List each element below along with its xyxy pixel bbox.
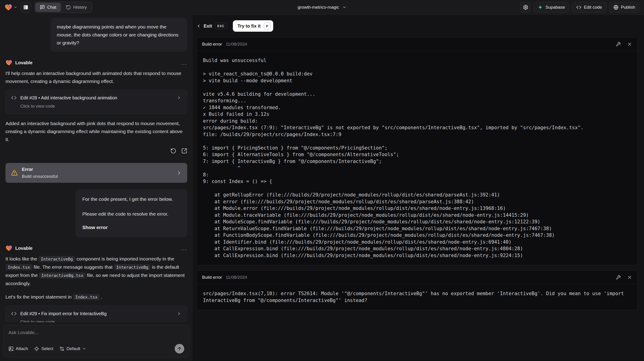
inline-code: Index.tsx — [73, 294, 100, 300]
inline-code: Index.tsx — [6, 264, 32, 270]
edit-card-subtitle: Click to view code — [11, 320, 182, 322]
error-card-subtitle: Build unsuccessful — [22, 174, 58, 179]
panel-left-icon — [23, 4, 28, 10]
assistant-name: Lovable — [15, 60, 32, 65]
inline-code: InteractiveBg.tsx — [39, 272, 86, 279]
restore-icon[interactable] — [170, 148, 176, 154]
edit-28-card[interactable]: Edit #28 • Add interactive background an… — [6, 90, 187, 114]
chevron-down-icon — [14, 5, 17, 9]
try-to-fix-button[interactable]: Try to fix it F — [233, 20, 273, 32]
supabase-label: Supabase — [546, 5, 565, 10]
assistant-name: Lovable — [15, 246, 32, 251]
build-error-log: Build was unsuccessful > vite_react_shad… — [203, 57, 631, 259]
supabase-button[interactable]: Supabase — [534, 2, 570, 12]
message-actions — [6, 148, 187, 154]
text-run: Let's fix the import statement in — [6, 294, 73, 300]
lovable-heart-icon — [4, 3, 12, 11]
chevron-right-icon — [176, 311, 182, 316]
top-header: Chat History growth-metrics-magic — [0, 0, 644, 14]
build-error-card-2: Build error 11/08/2024 src/pages/Index.t… — [196, 270, 638, 310]
open-preview-icon[interactable] — [181, 148, 187, 154]
select-label: Select — [41, 346, 53, 351]
fix-wrench-icon[interactable] — [616, 42, 621, 47]
chevron-down-icon — [82, 347, 86, 351]
chat-message-list[interactable]: maybe diagramming points and when you mo… — [0, 14, 193, 322]
build-error-title: Build error — [202, 275, 222, 280]
exit-button[interactable]: Exit ESC — [196, 23, 227, 29]
code-icon — [11, 311, 17, 316]
build-error-header: Build error 11/08/2024 — [196, 271, 638, 284]
message-menu-button[interactable]: ... — [181, 60, 187, 65]
lovable-logo-menu[interactable] — [4, 3, 17, 11]
history-icon — [66, 5, 71, 10]
edit-card-subtitle: Click to view code — [11, 104, 182, 109]
chat-panel: maybe diagramming points and when you mo… — [0, 14, 193, 361]
send-button[interactable] — [175, 344, 184, 354]
message-menu-button[interactable]: ... — [181, 246, 187, 251]
build-error-date: 11/08/2024 — [226, 42, 247, 47]
tab-chat-label: Chat — [47, 5, 56, 10]
edit-code-button[interactable]: Edit code — [572, 2, 606, 12]
chevron-down-icon — [342, 5, 346, 9]
chat-bubble-icon — [40, 5, 45, 10]
edit-code-label: Edit code — [584, 5, 602, 10]
attach-image-icon — [8, 346, 14, 352]
inline-code: InteractiveBg — [38, 256, 75, 262]
publish-button[interactable]: Publish — [609, 2, 640, 12]
globe-icon — [614, 5, 618, 10]
esc-key-badge: ESC — [215, 23, 227, 29]
sidebar-toggle-button[interactable] — [20, 2, 31, 12]
assistant-message-header: Lovable ... — [6, 59, 187, 66]
app-root: Chat History growth-metrics-magic — [0, 0, 644, 361]
f-key-badge: F — [264, 22, 271, 29]
show-error-link[interactable]: Show error — [82, 224, 180, 231]
tab-chat[interactable]: Chat — [35, 3, 61, 12]
attach-label: Attach — [16, 346, 28, 351]
text-run: . — [100, 294, 102, 300]
tab-history-label: History — [73, 5, 87, 10]
assistant-message-header: Lovable ... — [6, 245, 187, 252]
build-error-title: Build error — [202, 42, 222, 47]
fix-wrench-icon[interactable] — [616, 275, 621, 280]
user-message-text: maybe diagramming points and when you mo… — [57, 24, 178, 45]
quote-line-1: For the code present, I get the error be… — [82, 196, 180, 203]
error-card-title: Error — [22, 167, 58, 172]
chevron-right-icon — [176, 170, 182, 176]
text-run: file. The error message suggests that — [32, 264, 114, 270]
build-error-header: Build error 11/08/2024 — [196, 37, 638, 51]
publish-label: Publish — [621, 5, 635, 10]
user-message-bubble: maybe diagramming points and when you mo… — [50, 18, 187, 52]
lovable-heart-icon — [6, 245, 12, 252]
assistant-paragraph: I'll help create an interactive backgrou… — [6, 69, 187, 85]
tab-history[interactable]: History — [61, 3, 91, 12]
mode-label: Default — [66, 346, 80, 351]
try-to-fix-label: Try to fix it — [238, 23, 260, 29]
chevron-right-icon — [176, 95, 182, 100]
edit-29-card[interactable]: Edit #29 • Fix import error for Interact… — [6, 306, 187, 322]
assistant-paragraph: Let's fix the import statement in Index.… — [6, 293, 187, 301]
composer-input[interactable] — [8, 330, 184, 340]
preview-panel: Exit ESC Try to fix it F Build error 11/… — [193, 14, 644, 361]
mode-dropdown[interactable]: Default — [59, 346, 86, 352]
build-error-summary-card[interactable]: Error Build unsuccessful — [6, 163, 187, 183]
settings-button[interactable] — [520, 2, 531, 12]
composer: Attach Select Default — [3, 325, 190, 357]
code-icon — [576, 5, 581, 10]
close-icon[interactable] — [627, 42, 632, 47]
text-run: component is being imported incorrectly … — [75, 256, 174, 261]
attach-button[interactable]: Attach — [8, 346, 28, 352]
warning-triangle-icon — [11, 170, 18, 176]
code-icon — [11, 95, 17, 100]
chevron-left-icon — [196, 24, 201, 28]
lovable-heart-icon — [6, 59, 12, 66]
sliders-icon — [59, 346, 64, 352]
project-switcher[interactable]: growth-metrics-magic — [298, 5, 346, 10]
select-target-icon — [34, 346, 39, 352]
close-icon[interactable] — [627, 275, 632, 280]
inline-code: InteractiveBg — [114, 264, 151, 270]
text-run: It looks like the — [6, 256, 38, 261]
select-button[interactable]: Select — [34, 346, 53, 352]
build-error-log: src/pages/Index.tsx(7,10): error TS2614:… — [203, 290, 631, 304]
build-error-date: 11/08/2024 — [226, 275, 247, 280]
quote-line-2: Please edit the code to resolve the erro… — [82, 210, 180, 217]
